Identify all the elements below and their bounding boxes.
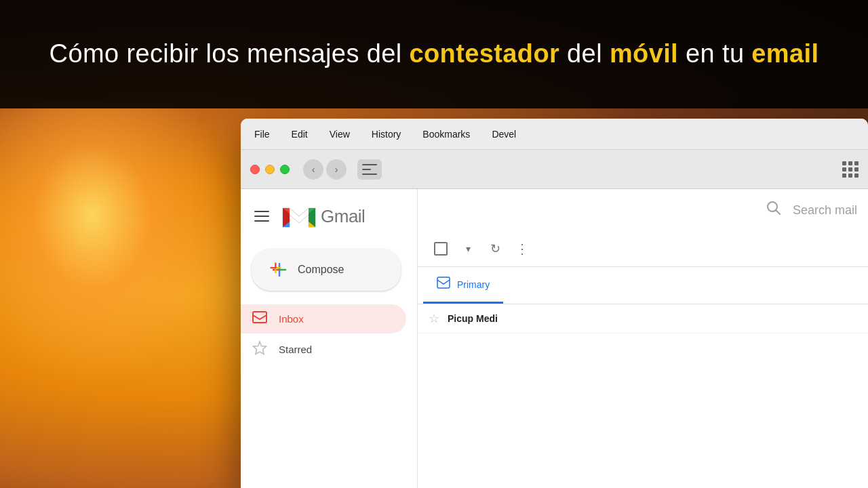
gmail-label: Gmail bbox=[321, 206, 365, 227]
menu-history[interactable]: History bbox=[372, 129, 401, 140]
banner-highlight-email: email bbox=[751, 39, 818, 68]
gmail-content: Gmail Compose bbox=[241, 189, 868, 488]
banner-text-middle1: del bbox=[559, 39, 610, 68]
refresh-button[interactable]: ↻ bbox=[483, 237, 507, 261]
svg-rect-5 bbox=[253, 312, 267, 323]
svg-line-7 bbox=[776, 211, 780, 215]
banner-text-before: Cómo recibir los mensajes del bbox=[50, 39, 410, 68]
sidebar-item-starred[interactable]: Starred bbox=[241, 333, 406, 365]
select-dropdown-button[interactable]: ▾ bbox=[456, 237, 480, 261]
svg-rect-8 bbox=[437, 277, 450, 288]
star-icon: ☆ bbox=[429, 311, 439, 326]
menu-devel[interactable]: Devel bbox=[492, 129, 516, 140]
banner-text: Cómo recibir los mensajes del contestado… bbox=[50, 37, 819, 70]
grid-apps-icon[interactable] bbox=[842, 161, 859, 178]
forward-button[interactable]: › bbox=[326, 159, 347, 180]
email-tabs: Primary bbox=[418, 267, 868, 304]
tab-primary[interactable]: Primary bbox=[423, 267, 503, 304]
hamburger-menu-button[interactable] bbox=[252, 208, 272, 224]
plus-icon bbox=[271, 261, 288, 279]
search-bar: Search mail bbox=[429, 195, 857, 226]
inbox-label: Inbox bbox=[279, 313, 304, 325]
chevron-down-icon: ▾ bbox=[466, 243, 471, 254]
sidebar-toggle-button[interactable] bbox=[357, 159, 382, 180]
grid-dot bbox=[842, 174, 846, 178]
banner-highlight-movil: móvil bbox=[610, 39, 678, 68]
gmail-m-icon bbox=[281, 203, 317, 230]
minimize-button[interactable] bbox=[265, 165, 275, 174]
grid-dot bbox=[854, 174, 859, 178]
select-all-button[interactable] bbox=[429, 237, 453, 261]
compose-label: Compose bbox=[298, 264, 344, 276]
more-options-button[interactable]: ⋮ bbox=[510, 237, 534, 261]
menu-bookmarks[interactable]: Bookmarks bbox=[422, 129, 470, 140]
banner-text-middle2: en tu bbox=[678, 39, 751, 68]
back-button[interactable]: ‹ bbox=[303, 159, 323, 180]
grid-dot bbox=[854, 161, 859, 165]
browser-chrome: ‹ › bbox=[241, 150, 868, 189]
primary-tab-label: Primary bbox=[457, 279, 490, 290]
compose-plus-icon bbox=[271, 261, 288, 279]
gmail-sidebar: Gmail Compose bbox=[241, 189, 417, 488]
browser-window: File Edit View History Bookmarks Devel ‹… bbox=[241, 119, 868, 488]
grid-dot bbox=[848, 161, 852, 165]
search-input-area[interactable]: Search mail bbox=[429, 200, 857, 220]
close-button[interactable] bbox=[250, 165, 260, 174]
grid-dot bbox=[854, 167, 859, 171]
compose-button[interactable]: Compose bbox=[252, 249, 401, 291]
banner-highlight-contestador: contestador bbox=[410, 39, 560, 68]
gmail-logo: Gmail bbox=[281, 203, 365, 230]
table-row[interactable]: ☆ Picup Medi bbox=[418, 304, 868, 333]
grid-dot bbox=[842, 161, 846, 165]
refresh-icon: ↻ bbox=[490, 241, 500, 256]
gmail-header: Gmail bbox=[241, 197, 417, 243]
grid-dot bbox=[848, 167, 852, 171]
grid-dot bbox=[842, 167, 846, 171]
more-vertical-icon: ⋮ bbox=[515, 241, 530, 257]
star-icon bbox=[252, 340, 268, 359]
macos-menubar: File Edit View History Bookmarks Devel bbox=[241, 119, 868, 150]
sidebar-item-inbox[interactable]: Inbox bbox=[241, 304, 406, 333]
search-mail-label: Search mail bbox=[793, 203, 857, 218]
gmail-main: Search mail ▾ ↻ ⋮ bbox=[417, 189, 868, 488]
starred-label: Starred bbox=[279, 344, 312, 355]
inbox-icon bbox=[252, 311, 268, 327]
primary-tab-icon bbox=[437, 277, 450, 292]
nav-buttons: ‹ › bbox=[303, 159, 347, 180]
traffic-lights bbox=[250, 165, 290, 174]
sidebar-toggle-icon bbox=[362, 164, 377, 175]
bg-glow bbox=[0, 102, 231, 386]
top-banner: Cómo recibir los mensajes del contestado… bbox=[0, 0, 868, 108]
menu-file[interactable]: File bbox=[254, 129, 270, 140]
email-sender: Picup Medi bbox=[448, 313, 556, 324]
menu-edit[interactable]: Edit bbox=[292, 129, 308, 140]
gmail-toolbar: ▾ ↻ ⋮ bbox=[418, 231, 868, 267]
maximize-button[interactable] bbox=[280, 165, 290, 174]
grid-dot bbox=[848, 174, 852, 178]
search-icon bbox=[766, 200, 782, 220]
menu-view[interactable]: View bbox=[330, 129, 350, 140]
checkbox-icon bbox=[434, 242, 448, 256]
